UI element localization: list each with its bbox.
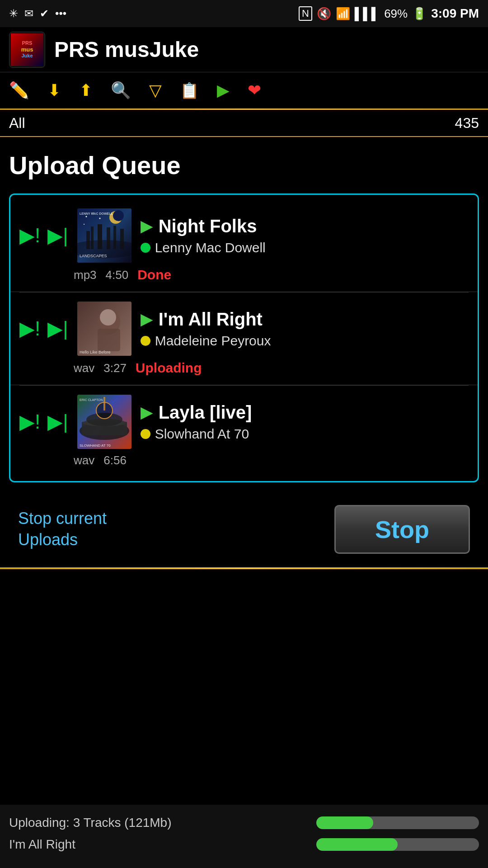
play-indicator-1: ▶ [141,217,153,236]
upload-progress-track [316,838,479,851]
playlist-icon[interactable]: 📋 [180,81,199,99]
svg-rect-2 [86,231,90,249]
filter-label: All [9,115,25,132]
queue-item-3-bottom: wav 6:56 [19,453,469,467]
svg-rect-27 [103,397,105,410]
upload-queue: ▶! ▶| [9,193,479,482]
file-format-2: wav [74,361,94,375]
queue-item-1: ▶! ▶| [10,199,478,292]
song-title-3: Layla [live] [159,402,252,423]
song-title-row-2: ▶ I'm All Right [141,309,469,330]
queue-item-1-bottom: mp3 4:50 Done [19,267,469,283]
play-next-btn-2[interactable]: ▶| [47,319,68,339]
progress-separator [0,567,488,569]
mute-icon: 🔇 [317,7,331,21]
heart-icon[interactable]: ❤ [248,81,261,100]
app-header: PRS mus Juke PRS musJuke [0,27,488,72]
filter-bar: All 435 [0,110,488,137]
file-duration-2: 3:27 [103,361,127,375]
album-svg-2: Hello Like Before [77,302,131,356]
signal-bars-icon: ▌▌▌ [355,7,380,21]
play-skip-btn-2[interactable]: ▶! [19,319,40,339]
file-format-3: wav [74,453,94,467]
svg-text:ERIC CLAPTON: ERIC CLAPTON [80,398,103,401]
page-title-area: Upload Queue [0,137,488,189]
album-svg-1: LENNY MAC DOWELL LANDSCAPES [77,208,131,263]
toolbar: ✏️ ⬇ ⬆ 🔍 ▽ 📋 ▶ ❤ [0,72,488,108]
play-buttons-2: ▶! ▶| [19,319,68,339]
app-title: PRS musJuke [54,37,199,62]
song-info-3: ▶ Layla [live] Slowhand At 70 [141,402,469,442]
svg-point-12 [99,218,100,219]
queue-item-2-bottom: wav 3:27 Uploading [19,360,469,376]
status-footer: Uploading: 3 Tracks (121Mb) I'm All Righ… [0,805,488,868]
battery-text: 69% [384,7,408,21]
svg-rect-4 [98,224,102,249]
svg-text:SLOWHAND AT 70: SLOWHAND AT 70 [80,443,111,448]
svg-point-9 [113,210,124,221]
song-title-1: Night Folks [159,216,257,236]
status-dot-2 [141,336,150,346]
play-buttons-3: ▶! ▶| [19,412,68,432]
file-format-1: mp3 [74,268,97,282]
svg-rect-18 [98,329,120,351]
song-info-2: ▶ I'm All Right Madeleine Peyroux [141,309,469,349]
play-skip-btn-1[interactable]: ▶! [19,226,40,245]
file-duration-3: 6:56 [103,453,127,467]
svg-text:LANDSCAPES: LANDSCAPES [80,254,107,258]
song-artist-2: Madeleine Peyroux [141,333,469,349]
filter-count: 435 [455,115,479,132]
page-title: Upload Queue [9,151,479,180]
song-title-row-3: ▶ Layla [live] [141,402,469,423]
queue-item-2-top: ▶! ▶| Hello Like Before [19,302,469,356]
status-bar: ✳ ✉ ✔ ••• N 🔇 📶 ▌▌▌ 69% 🔋 3:09 PM [0,0,488,27]
down-arrow-icon[interactable]: ⬇ [47,81,61,100]
queue-item-3: ▶! ▶| [10,386,478,476]
upload-progress-track-fill [316,838,398,851]
play-next-btn-1[interactable]: ▶| [47,226,68,245]
item-status-2: Uploading [136,360,202,376]
album-art-2: Hello Like Before [77,302,131,356]
song-title-2: I'm All Right [159,309,263,330]
battery-icon: 🔋 [412,7,427,21]
up-arrow-icon[interactable]: ⬆ [79,81,93,100]
status-icons-right: N 🔇 📶 ▌▌▌ 69% 🔋 3:09 PM [299,6,479,21]
album-svg-3: SLOWHAND AT 70 ERIC CLAPTON [77,395,131,449]
song-title-row-1: ▶ Night Folks [141,216,469,236]
check-icon: ✔ [40,7,49,20]
svg-rect-6 [113,226,116,249]
upload-status-row: Uploading: 3 Tracks (121Mb) [9,816,479,830]
clock: 3:09 PM [431,6,479,21]
queue-item-3-top: ▶! ▶| [19,395,469,449]
filter-icon[interactable]: ▽ [149,81,162,100]
stop-current-label: Stop current Uploads [18,508,316,551]
status-icons-left: ✳ ✉ ✔ ••• [9,7,66,20]
play-skip-btn-3[interactable]: ▶! [19,412,40,432]
play-indicator-2: ▶ [141,310,153,329]
play-buttons-1: ▶! ▶| [19,226,68,245]
play-next-btn-3[interactable]: ▶| [47,412,68,432]
pencil-icon[interactable]: ✏️ [9,81,29,100]
svg-text:Hello Like Before: Hello Like Before [80,350,111,354]
play-icon[interactable]: ▶ [217,81,230,100]
search-icon[interactable]: 🔍 [111,81,131,100]
svg-text:LENNY MAC DOWELL: LENNY MAC DOWELL [80,212,113,215]
svg-point-19 [100,309,116,326]
svg-rect-3 [91,226,94,249]
grid-icon: ✳ [9,7,18,20]
stop-button[interactable]: Stop [334,505,470,554]
song-artist-1: Lenny Mac Dowell [141,240,469,255]
item-status-1: Done [137,267,171,283]
upload-status-text: Uploading: 3 Tracks (121Mb) [9,816,172,830]
file-duration-1: 4:50 [106,268,129,282]
mail-icon: ✉ [24,7,33,20]
svg-point-10 [85,216,87,217]
song-info-1: ▶ Night Folks Lenny Mac Dowell [141,216,469,255]
n-icon: N [299,6,312,21]
svg-point-13 [84,224,84,225]
queue-item-2: ▶! ▶| Hello Like Before [10,292,478,385]
svg-rect-5 [107,227,110,249]
upload-progress-total [316,816,479,829]
album-art-1: LENNY MAC DOWELL LANDSCAPES [77,208,131,263]
status-dot-1 [141,243,150,253]
